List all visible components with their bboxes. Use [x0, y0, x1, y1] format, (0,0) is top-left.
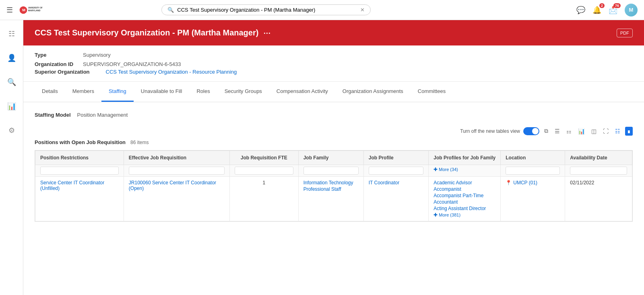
org-id-value: SUPERVISORY_ORGANIZATION-6-5433 — [83, 61, 181, 67]
table-controls: Turn off the new tables view ⧉ ☰ ⚏ 📊 ◫ ⛶… — [35, 126, 633, 136]
job-family-list: Information Technology Professional Staf… — [303, 180, 359, 192]
type-label: Type — [35, 52, 73, 58]
tab-security-groups[interactable]: Security Groups — [217, 82, 269, 102]
sidebar-home-icon[interactable]: ☷ — [4, 27, 19, 41]
more-profiles-badge[interactable]: ✚ More (381) — [433, 212, 495, 218]
superior-org-label: Superior Organization — [35, 69, 90, 75]
profile-accountant-link[interactable]: Accountant — [433, 199, 495, 205]
tab-organization-assignments[interactable]: Organization Assignments — [335, 82, 411, 102]
col-job-profiles-family: Job Profiles for Job Family — [429, 151, 501, 165]
cell-job-profile: IT Coordinator — [363, 177, 429, 221]
tab-roles[interactable]: Roles — [189, 82, 217, 102]
grid-list-icon[interactable]: ☷ — [613, 126, 622, 136]
filter-availability-date — [565, 165, 632, 177]
col-job-profile: Job Profile — [363, 151, 429, 165]
job-req-link[interactable]: JR100060 Service Center IT Coordinator (… — [129, 180, 216, 191]
notification-badge: 2 — [599, 3, 605, 8]
more-dots-icon[interactable]: ⋯ — [263, 29, 270, 37]
location-icon: 📍 — [506, 180, 512, 186]
export-excel-icon[interactable]: ⧉ — [543, 126, 550, 136]
type-value: Supervisory — [83, 52, 181, 58]
sidebar-profile-icon[interactable]: 👤 — [4, 51, 19, 65]
filter-effective-req — [124, 165, 229, 177]
location-link[interactable]: UMCP (01) — [513, 180, 537, 186]
user-avatar[interactable]: M — [625, 4, 638, 17]
grid-icon[interactable]: ∎ — [625, 127, 633, 136]
col-position-restrictions: Position Restrictions — [35, 151, 124, 165]
col-job-family: Job Family — [298, 151, 363, 165]
filter-icon[interactable]: ⚏ — [565, 126, 573, 136]
tab-compensation-activity[interactable]: Compensation Activity — [269, 82, 335, 102]
cell-fte: 1 — [229, 177, 298, 221]
svg-text:M: M — [22, 8, 25, 12]
top-navigation: ☰ M UNIVERSITY OF MARYLAND 🔍 CCS Test Su… — [0, 0, 644, 20]
cell-job-profiles-family: Academic Advisor Accompanist Accompanist… — [429, 177, 501, 221]
content-area: Staffing Model Position Management Turn … — [23, 102, 644, 231]
job-profile-link[interactable]: IT Coordinator — [369, 180, 399, 186]
filter-job-profile — [363, 165, 429, 177]
svg-text:MARYLAND: MARYLAND — [28, 9, 40, 11]
staffing-model-label: Staffing Model — [35, 112, 71, 118]
cell-availability-date: 02/11/2022 — [565, 177, 632, 221]
table-header-row: Position Restrictions Effective Job Requ… — [35, 151, 632, 165]
positions-table: Position Restrictions Effective Job Requ… — [35, 151, 632, 221]
filter-job-profiles-family: ✚ More (34) — [429, 165, 501, 177]
search-icon: 🔍 — [167, 7, 174, 13]
profile-accompanist-link[interactable]: Accompanist — [433, 186, 495, 192]
cell-position-restriction: Service Center IT Coordinator (Unfilled) — [35, 177, 124, 221]
search-input[interactable]: CCS Test Supervisory Organization - PM (… — [177, 7, 360, 13]
table-container: Position Restrictions Effective Job Requ… — [35, 150, 633, 222]
pdf-button[interactable]: PDF — [617, 29, 633, 37]
filter-fte — [229, 165, 298, 177]
superior-org-link[interactable]: CCS Test Supervisory Organization - Reso… — [106, 69, 237, 75]
inbox-icon[interactable]: 📩 76 — [609, 6, 617, 14]
tab-committees[interactable]: Committees — [411, 82, 453, 102]
toggle-knob — [532, 128, 539, 134]
tab-members[interactable]: Members — [65, 82, 101, 102]
profile-academic-link[interactable]: Academic Advisor — [433, 180, 495, 186]
tab-unavailable[interactable]: Unavailable to Fill — [134, 82, 190, 102]
chat-icon[interactable]: 💬 — [576, 6, 585, 14]
page-title-container: CCS Test Supervisory Organization - PM (… — [35, 28, 270, 37]
job-family-professional-link[interactable]: Professional Staff — [303, 186, 359, 192]
sidebar-settings-icon[interactable]: ⚙ — [4, 123, 19, 138]
table-row: Service Center IT Coordinator (Unfilled)… — [35, 177, 632, 221]
sidebar-search-icon[interactable]: 🔍 — [4, 75, 19, 89]
more-top-badge[interactable]: ✚ More (34) — [433, 167, 458, 172]
notification-icon[interactable]: 🔔 2 — [592, 6, 601, 14]
cell-job-family: Information Technology Professional Staf… — [298, 177, 363, 221]
positions-header: Positions with Open Job Requisition 86 i… — [35, 139, 633, 145]
view-list-icon[interactable]: ☰ — [553, 126, 561, 136]
hamburger-menu[interactable]: ☰ — [6, 6, 13, 14]
sidebar: ☷ 👤 🔍 📊 ⚙ — [0, 20, 23, 295]
table-view-toggle[interactable] — [523, 127, 539, 135]
tab-details[interactable]: Details — [35, 82, 65, 102]
org-info: Type Supervisory Organization ID SUPERVI… — [23, 45, 644, 72]
chart-bar-icon[interactable]: 📊 — [576, 126, 586, 136]
position-restriction-link[interactable]: Service Center IT Coordinator (Unfilled) — [40, 180, 104, 191]
cell-location: 📍 UMCP (01) — [501, 177, 565, 221]
filter-location — [501, 165, 565, 177]
main-content: CCS Test Supervisory Organization - PM (… — [23, 20, 644, 295]
split-view-icon[interactable]: ◫ — [590, 126, 598, 136]
items-count: 86 items — [130, 140, 149, 145]
tab-staffing[interactable]: Staffing — [101, 82, 134, 102]
staffing-model: Staffing Model Position Management — [35, 112, 633, 118]
inbox-badge: 76 — [613, 3, 621, 8]
profile-accompanist-pt-link[interactable]: Accompanist Part-Time — [433, 193, 495, 198]
expand-icon[interactable]: ⛶ — [601, 126, 610, 136]
filter-job-family — [298, 165, 363, 177]
svg-text:UNIVERSITY OF: UNIVERSITY OF — [28, 7, 43, 9]
search-clear-icon[interactable]: ✕ — [360, 7, 365, 13]
search-bar[interactable]: 🔍 CCS Test Supervisory Organization - PM… — [161, 4, 371, 15]
job-family-it-link[interactable]: Information Technology — [303, 180, 359, 186]
page-title: CCS Test Supervisory Organization - PM (… — [35, 28, 258, 37]
cell-effective-req: JR100060 Service Center IT Coordinator (… — [124, 177, 229, 221]
more-profiles-text: More (381) — [439, 212, 460, 217]
logo: M UNIVERSITY OF MARYLAND — [19, 4, 51, 17]
positions-title: Positions with Open Job Requisition — [35, 139, 126, 145]
profile-acting-dir-link[interactable]: Acting Assistant Director — [433, 206, 495, 211]
toggle-label: Turn off the new tables view — [460, 128, 520, 134]
org-id-label: Organization ID — [35, 61, 73, 67]
sidebar-analytics-icon[interactable]: 📊 — [4, 99, 19, 113]
